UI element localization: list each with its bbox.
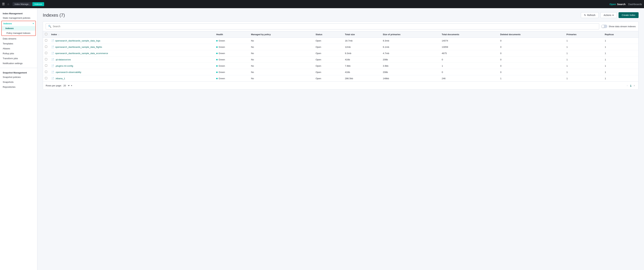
indexes-table-container: 🔍 Show data stream indexes [43, 22, 638, 90]
breadcrumb: Index Manage... Indexes [12, 2, 44, 6]
deleted-documents-cell: 0 [498, 44, 564, 50]
primaries-cell: 1 [564, 50, 603, 56]
sidebar-item-aliases[interactable]: Aliases [0, 46, 37, 51]
sidebar-item-notification-settings[interactable]: Notification settings [0, 61, 37, 66]
col-header-index[interactable]: Index ↓ [49, 31, 214, 38]
col-header-health: Health [214, 31, 249, 38]
health-value: Green [219, 77, 225, 80]
replicas-cell: 1 [603, 38, 638, 44]
health-dot [216, 46, 218, 48]
index-name-link[interactable]: .opensearch-observability [55, 71, 81, 73]
sidebar-section-snapshot-management: Snapshot Management [0, 70, 37, 75]
managed-by-policy-cell: No [249, 56, 314, 63]
index-name-cell: 📄.kibana_1 [49, 75, 214, 82]
size-of-primaries-cell: 208b [381, 56, 440, 63]
sidebar-item-policy-managed-indexes[interactable]: Policy managed indexes [2, 31, 36, 36]
index-name-link[interactable]: opensearch_dashboards_sample_data_flight… [55, 46, 102, 48]
sidebar-item-snapshots[interactable]: Snapshots [0, 80, 37, 84]
index-file-icon: 📄 [51, 52, 54, 55]
index-name-link[interactable]: .ql-datasources [55, 58, 71, 61]
row-checkbox[interactable] [45, 58, 47, 60]
chevron-down-icon: ▾ [33, 23, 34, 25]
rows-per-page-select[interactable]: 20 50 100 [63, 84, 70, 87]
row-checkbox[interactable] [45, 46, 47, 48]
prev-page-button[interactable]: ‹ [626, 84, 629, 87]
sidebar-item-transform-jobs[interactable]: Transform jobs [0, 56, 37, 61]
index-name-link[interactable]: opensearch_dashboards_sample_data_logs [55, 39, 100, 42]
col-header-total-size: Total size [343, 31, 381, 38]
sidebar-item-repositories[interactable]: Repositories [0, 84, 37, 89]
index-name-link[interactable]: opensearch_dashboards_sample_data_ecomme… [55, 52, 108, 55]
col-header-total-documents: Total documents [440, 31, 498, 38]
table-toolbar: 🔍 Show data stream indexes [43, 22, 638, 31]
next-page-button[interactable]: › [633, 84, 636, 87]
total-size-cell: 18.7mb [343, 38, 381, 44]
table-row: 📄opensearch_dashboards_sample_data_ecomm… [43, 50, 638, 56]
total-documents-cell: 1 [440, 63, 498, 69]
replicas-cell: 1 [603, 50, 638, 56]
size-of-primaries-cell: 6.1mb [381, 44, 440, 50]
hamburger-icon[interactable]: ☰ [2, 2, 5, 6]
row-checkbox[interactable] [45, 64, 47, 67]
index-name-link[interactable]: .kibana_1 [55, 77, 65, 80]
sidebar-item-templates[interactable]: Templates [0, 41, 37, 46]
logo-open: Open [610, 3, 616, 6]
show-data-stream-toggle[interactable] [601, 25, 607, 28]
actions-button[interactable]: Actions ▾ [600, 12, 617, 18]
table-row: 📄opensearch_dashboards_sample_data_logsG… [43, 38, 638, 44]
health-value: Green [219, 39, 225, 42]
logo-search: Search [617, 3, 626, 6]
sidebar-item-snapshot-policies[interactable]: Snapshot policies [0, 75, 37, 80]
current-page[interactable]: 1 [630, 84, 632, 87]
header-actions: ↻ Refresh Actions ▾ Create Index [581, 12, 638, 18]
row-checkbox[interactable] [45, 71, 47, 73]
table-footer: Rows per page: 20 50 100 ▾ ‹ 1 › [43, 81, 638, 89]
status-cell: Open [314, 44, 343, 50]
health-dot [216, 53, 218, 54]
col-header-deleted-documents: Deleted documents [498, 31, 564, 38]
total-documents-cell: 0 [440, 69, 498, 75]
status-cell: Open [314, 69, 343, 75]
sidebar: Index Management State management polici… [0, 8, 37, 270]
index-file-icon: 📄 [51, 58, 54, 61]
sidebar-item-data-streams[interactable]: Data streams [0, 36, 37, 41]
sidebar-item-indexes-sub[interactable]: Indexes [2, 26, 36, 31]
main-content: Indexes (7) ↻ Refresh Actions ▾ Create I… [37, 8, 644, 270]
app-logo: OpenSearch Dashboards [610, 3, 642, 6]
health-dot [216, 72, 218, 73]
row-checkbox-cell [43, 69, 49, 75]
select-all-checkbox[interactable] [45, 33, 47, 35]
index-file-icon: 📄 [51, 71, 54, 73]
home-icon[interactable]: ⌂ [8, 3, 9, 6]
size-of-primaries-cell: 9.3mb [381, 38, 440, 44]
sidebar-item-state-management-policies[interactable]: State management policies [0, 16, 37, 20]
status-cell: Open [314, 38, 343, 44]
create-index-button[interactable]: Create Index [618, 12, 638, 18]
breadcrumb-index-manage[interactable]: Index Manage... [12, 2, 32, 6]
sidebar-item-indexes[interactable]: Indexes ▾ [2, 21, 36, 26]
row-checkbox[interactable] [45, 77, 47, 79]
select-all-header[interactable] [43, 31, 49, 38]
total-documents-cell: 4675 [440, 50, 498, 56]
breadcrumb-indexes[interactable]: Indexes [32, 2, 44, 6]
sidebar-item-rollup-jobs[interactable]: Rollup jobs [0, 51, 37, 56]
managed-by-policy-cell: No [249, 50, 314, 56]
row-checkbox[interactable] [45, 39, 47, 42]
col-header-primaries: Primaries [564, 31, 603, 38]
show-data-stream-label: Show data stream indexes [609, 25, 636, 28]
health-dot [216, 78, 218, 79]
health-cell: Green [214, 50, 249, 56]
health-dot [216, 40, 218, 42]
deleted-documents-cell: 0 [498, 38, 564, 44]
health-cell: Green [214, 56, 249, 63]
index-name-cell: 📄opensearch_dashboards_sample_data_logs [49, 38, 214, 44]
total-size-cell: 416b [343, 56, 381, 63]
index-name-cell: 📄.opensearch-observability [49, 69, 214, 75]
managed-by-policy-cell: No [249, 44, 314, 50]
index-name-link[interactable]: .plugins-ml-config [55, 65, 73, 67]
row-checkbox[interactable] [45, 52, 47, 54]
refresh-button[interactable]: ↻ Refresh [581, 12, 599, 18]
search-input[interactable] [53, 25, 597, 28]
rows-per-page-area: Rows per page: 20 50 100 ▾ [46, 84, 72, 87]
top-navigation: ☰ ⌂ Index Manage... Indexes OpenSearch D… [0, 0, 644, 8]
